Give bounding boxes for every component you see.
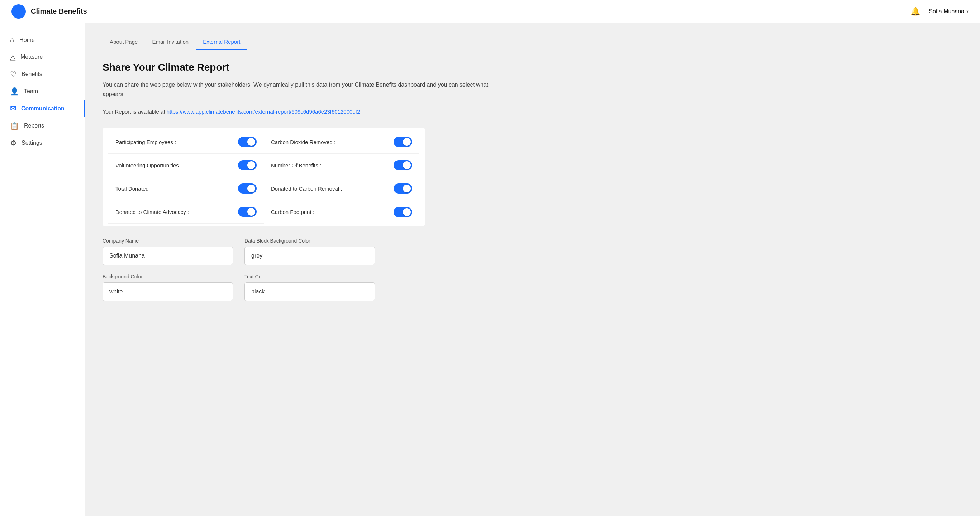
form-group-data-block-bg: Data Block Background Color	[245, 238, 375, 265]
toggles-grid: Participating Employees : Carbon Dioxide…	[102, 127, 425, 227]
toggle-row-footprint: Carbon Footprint :	[264, 200, 419, 224]
toggle-label: Number Of Benefits :	[271, 162, 321, 168]
top-navigation: Climate Benefits 🔔 Sofia Munana ▾	[0, 0, 980, 23]
topnav-brand: Climate Benefits	[11, 4, 87, 19]
tab-email[interactable]: Email Invitation	[145, 34, 196, 50]
form-group-company-name: Company Name	[102, 238, 233, 265]
tab-external-report[interactable]: External Report	[196, 34, 247, 50]
toggle-label: Volunteering Opportunities :	[115, 162, 182, 168]
settings-icon: ⚙	[10, 139, 16, 147]
user-name: Sofia Munana	[929, 8, 964, 15]
form-group-bg-color: Background Color	[102, 274, 233, 301]
toggle-donated-carbon-removal[interactable]	[394, 183, 412, 194]
page-description: You can share the web page below with yo…	[102, 80, 497, 98]
toggle-carbon-dioxide-removed[interactable]	[394, 137, 412, 147]
toggle-row-donated-carbon: Donated to Carbon Removal :	[264, 177, 419, 200]
sidebar-item-label: Settings	[22, 140, 42, 146]
text-color-label: Text Color	[245, 274, 375, 279]
sidebar-item-measure[interactable]: △ Measure	[0, 48, 85, 65]
bg-color-label: Background Color	[102, 274, 233, 279]
sidebar-item-label: Measure	[21, 54, 43, 60]
sidebar-item-settings[interactable]: ⚙ Settings	[0, 134, 85, 152]
sidebar-item-label: Reports	[24, 122, 44, 129]
toggle-label: Donated to Climate Advocacy :	[115, 209, 189, 215]
toggle-row-co2: Carbon Dioxide Removed :	[264, 130, 419, 154]
sidebar-item-label: Benefits	[22, 71, 42, 78]
main-layout: ⌂ Home △ Measure ♡ Benefits 👤 Team ✉ Com…	[0, 23, 980, 516]
sidebar-item-reports[interactable]: 📋 Reports	[0, 117, 85, 134]
communication-icon: ✉	[10, 104, 16, 113]
toggle-label: Carbon Dioxide Removed :	[271, 139, 336, 145]
logo-icon	[11, 4, 26, 19]
toggle-total-donated[interactable]	[238, 183, 257, 194]
toggle-carbon-footprint[interactable]	[394, 207, 412, 217]
sidebar-item-home[interactable]: ⌂ Home	[0, 32, 85, 48]
sidebar-item-label: Home	[19, 37, 35, 43]
toggle-volunteering-opportunities[interactable]	[238, 160, 257, 170]
measure-icon: △	[10, 53, 16, 61]
toggle-participating-employees[interactable]	[238, 137, 257, 147]
home-icon: ⌂	[10, 36, 14, 44]
data-block-bg-input[interactable]	[245, 246, 375, 265]
toggle-label: Donated to Carbon Removal :	[271, 186, 342, 192]
sidebar-item-label: Team	[24, 88, 38, 95]
heart-icon: ♡	[10, 70, 16, 78]
data-block-bg-label: Data Block Background Color	[245, 238, 375, 244]
page-title: Share Your Climate Report	[102, 62, 963, 73]
report-link-label: Your Report is available at	[102, 109, 165, 115]
team-icon: 👤	[10, 87, 19, 96]
toggle-number-of-benefits[interactable]	[394, 160, 412, 170]
toggle-label: Carbon Footprint :	[271, 209, 314, 215]
toggle-row-advocacy: Donated to Climate Advocacy :	[108, 200, 264, 224]
sidebar-item-communication[interactable]: ✉ Communication	[0, 100, 85, 117]
sidebar: ⌂ Home △ Measure ♡ Benefits 👤 Team ✉ Com…	[0, 23, 85, 516]
app-title: Climate Benefits	[31, 7, 87, 16]
company-name-input[interactable]	[102, 246, 233, 265]
chevron-down-icon: ▾	[966, 9, 969, 14]
topnav-actions: 🔔 Sofia Munana ▾	[910, 7, 969, 16]
sidebar-item-team[interactable]: 👤 Team	[0, 83, 85, 100]
tab-about[interactable]: About Page	[102, 34, 145, 50]
form-grid: Company Name Data Block Background Color…	[102, 238, 375, 301]
company-name-label: Company Name	[102, 238, 233, 244]
reports-icon: 📋	[10, 121, 19, 130]
tab-bar: About Page Email Invitation External Rep…	[102, 34, 963, 50]
main-content: About Page Email Invitation External Rep…	[85, 23, 980, 516]
report-link-row: Your Report is available at https://www.…	[102, 109, 963, 115]
text-color-input[interactable]	[245, 283, 375, 301]
toggle-label: Total Donated :	[115, 186, 152, 192]
toggle-row-total-donated: Total Donated :	[108, 177, 264, 200]
toggle-donated-climate-advocacy[interactable]	[238, 207, 257, 217]
sidebar-item-benefits[interactable]: ♡ Benefits	[0, 65, 85, 83]
form-group-text-color: Text Color	[245, 274, 375, 301]
sidebar-item-label: Communication	[21, 105, 65, 112]
user-menu[interactable]: Sofia Munana ▾	[929, 8, 969, 15]
toggle-label: Participating Employees :	[115, 139, 176, 145]
background-color-input[interactable]	[102, 283, 233, 301]
report-url-link[interactable]: https://www.app.climatebenefits.com/exte…	[167, 109, 360, 115]
bell-icon[interactable]: 🔔	[910, 7, 920, 16]
toggle-row-benefits: Number Of Benefits :	[264, 154, 419, 177]
toggle-row-volunteering: Volunteering Opportunities :	[108, 154, 264, 177]
toggle-row-participating: Participating Employees :	[108, 130, 264, 154]
